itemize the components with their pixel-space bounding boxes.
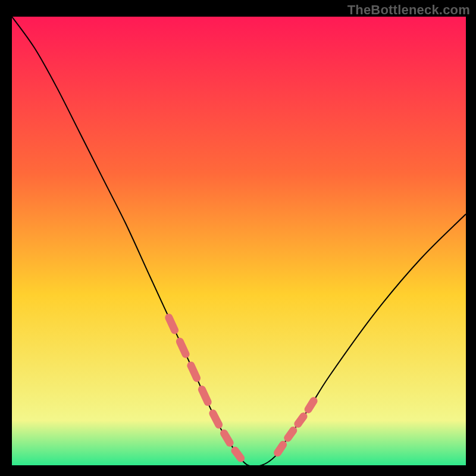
attribution-text: TheBottleneck.com	[347, 2, 470, 18]
dash-segment	[202, 390, 208, 402]
dash-segment	[224, 433, 230, 443]
dash-segment	[288, 431, 293, 439]
dash-segment	[235, 450, 241, 458]
dash-segment	[180, 342, 186, 354]
dash-segment	[191, 365, 197, 378]
plot-area	[12, 17, 466, 465]
bottleneck-chart-svg	[12, 17, 466, 465]
gradient-background	[12, 17, 466, 465]
dash-segment	[278, 445, 283, 453]
dash-segment	[213, 414, 219, 425]
chart-frame: TheBottleneck.com	[0, 0, 476, 476]
dash-segment	[169, 318, 175, 330]
dash-segment	[298, 416, 303, 424]
dash-segment	[308, 401, 314, 409]
